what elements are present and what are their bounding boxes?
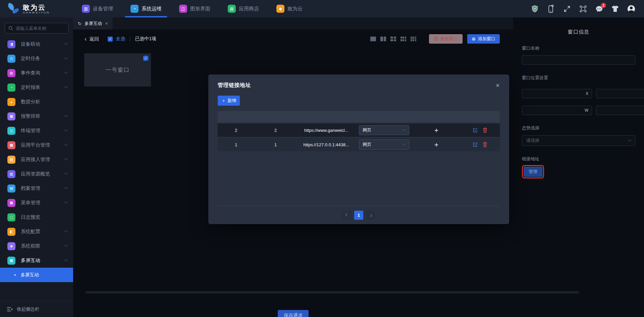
brand-logo: 敢为云 GANWEIYUN bbox=[0, 0, 73, 17]
back-chevron-icon: ‹ bbox=[85, 37, 87, 41]
edit-icon[interactable] bbox=[473, 142, 478, 147]
sidebar-menu-item[interactable]: ▣ 菜单管理 bbox=[0, 196, 73, 210]
current-page-button[interactable]: 1 bbox=[354, 211, 363, 220]
top-nav-item[interactable]: ◫ 图形界面 bbox=[175, 0, 214, 17]
theme-icon[interactable] bbox=[611, 4, 619, 13]
layout-2-icon[interactable] bbox=[380, 37, 386, 41]
sidebar-item-icon: ▦ bbox=[7, 112, 15, 120]
modal-pagination: 1 bbox=[218, 206, 500, 224]
prev-page-button[interactable] bbox=[342, 211, 352, 220]
position-input[interactable] bbox=[600, 108, 644, 113]
top-nav-item[interactable]: ◆ 敢为云 bbox=[272, 0, 307, 17]
window-card[interactable]: ✓ 一号窗口 bbox=[84, 53, 151, 87]
add-link-button[interactable]: ＋ 新增 bbox=[218, 96, 240, 106]
manage-links-button[interactable]: 管理 bbox=[524, 167, 542, 177]
position-field: W bbox=[522, 106, 592, 115]
sidebar-menu-item[interactable]: ▥ 应用资源概览 bbox=[0, 167, 73, 181]
sidebar-subitem-multiscreen[interactable]: • 多屏互动 bbox=[0, 268, 73, 282]
layout-6-icon[interactable] bbox=[400, 37, 406, 41]
sidebar-menu-item[interactable]: ▤ 档案管理 bbox=[0, 181, 73, 196]
type-select[interactable]: 网页 bbox=[359, 125, 409, 135]
delete-icon[interactable] bbox=[483, 142, 487, 147]
window-card-checkbox[interactable]: ✓ bbox=[143, 56, 148, 61]
sidebar-menu-item[interactable]: ◷ 定时任务 bbox=[0, 51, 73, 66]
screenshot-frame-icon[interactable] bbox=[579, 4, 587, 13]
save-channel-button[interactable]: 保存通道 bbox=[278, 310, 309, 317]
sidebar-menu-item[interactable]: ◕ 数据分析 bbox=[0, 95, 73, 109]
next-page-button[interactable] bbox=[366, 211, 375, 220]
search-icon bbox=[8, 26, 13, 31]
tab-multiscreen[interactable]: ↻ 多屏互动 ✕ bbox=[73, 17, 113, 30]
sidebar-menu-item[interactable]: ▦ 报警排班 bbox=[0, 109, 73, 123]
butterfly-logo-icon bbox=[5, 2, 19, 16]
top-nav-item-label: 应用商店 bbox=[239, 6, 259, 12]
tab-close-icon[interactable]: ✕ bbox=[105, 21, 108, 26]
position-input[interactable] bbox=[600, 91, 644, 96]
sidebar-menu-item[interactable]: ▩ 应用平台管理 bbox=[0, 138, 73, 152]
layout-9-icon[interactable] bbox=[411, 37, 416, 41]
sidebar-menu-item[interactable]: ◍ 事件查询 bbox=[0, 66, 73, 80]
sidebar-item-label: 菜单管理 bbox=[21, 200, 59, 206]
sidebar-search[interactable] bbox=[5, 23, 68, 34]
chevron-icon bbox=[64, 259, 68, 263]
modal-close-icon[interactable]: ✕ bbox=[495, 83, 500, 89]
sidebar-item-label: 定时报表 bbox=[21, 84, 59, 91]
position-field: H bbox=[596, 106, 644, 115]
2: 2 2 https://www.ganweicl... 网页 ＋ bbox=[218, 123, 500, 137]
type-select[interactable]: 网页 bbox=[359, 140, 409, 150]
window-position-label: 窗口位置设置 bbox=[522, 75, 635, 81]
sidebar-menu-item[interactable]: ◨ 设备联动 bbox=[0, 37, 73, 51]
layout-4-icon[interactable] bbox=[390, 37, 396, 41]
user-avatar-icon[interactable] bbox=[627, 4, 635, 13]
sidebar-menu-item[interactable]: ◔ 定时报表 bbox=[0, 80, 73, 95]
type-select-value: 网页 bbox=[363, 127, 403, 133]
add-window-button[interactable]: ⊕ 添加窗口 bbox=[467, 34, 500, 44]
sidebar-menu-item[interactable]: ▧ 应用接入管理 bbox=[0, 152, 73, 167]
chevron-icon bbox=[64, 200, 68, 204]
sidebar-menu-item[interactable]: ◧ 系统配置 bbox=[0, 224, 73, 239]
collapse-sidebar-button[interactable]: 收起侧边栏 bbox=[0, 301, 73, 317]
chevron-down-icon bbox=[628, 138, 632, 141]
sidebar-menu-item[interactable]: ▢ 日志预览 bbox=[0, 210, 73, 224]
position-input[interactable] bbox=[526, 91, 586, 96]
sidebar-item-icon: ▢ bbox=[7, 213, 15, 221]
layout-1-icon[interactable] bbox=[370, 37, 376, 41]
delete-window-button[interactable]: 删除窗口 bbox=[429, 34, 463, 44]
sidebar-menu-item[interactable]: ◈ 系统权限 bbox=[0, 239, 73, 253]
sidebar-subitem-label: 多屏互动 bbox=[21, 272, 39, 278]
top-nav-item[interactable]: ▥ 设备管理 bbox=[78, 0, 117, 17]
menu-search-input[interactable] bbox=[16, 26, 59, 31]
sidebar-item-icon: ◫ bbox=[7, 127, 15, 135]
back-button[interactable]: ‹ 返回 bbox=[85, 36, 99, 42]
chevron-icon bbox=[64, 186, 68, 189]
refresh-icon[interactable]: ↻ bbox=[78, 21, 82, 26]
window-name-input[interactable] bbox=[526, 58, 632, 63]
fullscreen-icon[interactable] bbox=[563, 4, 571, 13]
chevron-icon bbox=[64, 229, 68, 232]
top-nav-item-icon: ◔ bbox=[130, 5, 139, 13]
sidebar-item-icon: ◧ bbox=[7, 228, 15, 236]
sidebar-menu-item[interactable]: ▦ 多屏互动 bbox=[0, 253, 73, 268]
delete-icon[interactable] bbox=[483, 127, 487, 133]
select-all-label[interactable]: 全选 bbox=[116, 36, 125, 42]
select-all-checkbox[interactable]: ✓ bbox=[108, 37, 113, 42]
horizontal-scrollbar[interactable] bbox=[86, 291, 579, 294]
window-name-field-wrap bbox=[522, 55, 635, 65]
sidebar-item-label: 应用资源概览 bbox=[21, 171, 59, 177]
brand-subtitle: GANWEIYUN bbox=[23, 11, 50, 14]
top-nav-item[interactable]: ◔ 系统运维 bbox=[126, 0, 166, 17]
edit-icon[interactable] bbox=[473, 127, 478, 133]
top-nav-item[interactable]: ▤ 应用商店 bbox=[224, 0, 263, 17]
sidebar-menu-item[interactable]: ◫ 终端管理 bbox=[0, 123, 73, 138]
security-shield-icon[interactable] bbox=[531, 4, 539, 13]
sidebar-item-label: 报警排班 bbox=[21, 113, 59, 119]
position-input[interactable] bbox=[526, 108, 585, 113]
device-phone-icon[interactable] bbox=[547, 4, 555, 13]
chevron-down-icon bbox=[403, 142, 406, 145]
situation-select[interactable]: 请选择 bbox=[522, 135, 635, 146]
upload-cover-button[interactable]: ＋ bbox=[433, 127, 439, 134]
upload-cover-button[interactable]: ＋ bbox=[433, 141, 439, 148]
sidebar-item-label: 定时任务 bbox=[21, 55, 59, 62]
messages-icon[interactable]: 2 bbox=[595, 4, 603, 13]
layout-icons-group bbox=[370, 37, 416, 41]
